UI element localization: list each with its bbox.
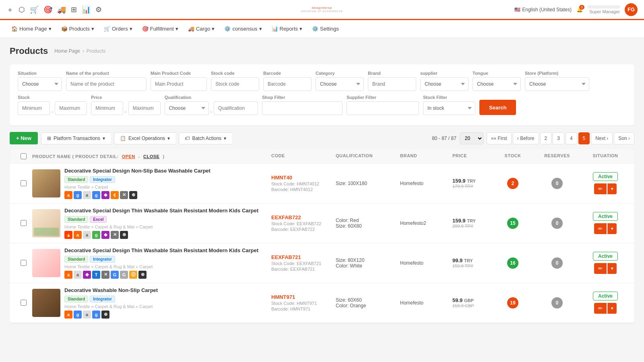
platform-icon-1: a: [64, 191, 72, 199]
truck-icon[interactable]: 🚚: [57, 5, 66, 14]
shop-filter-input[interactable]: [262, 101, 343, 115]
cart-icon[interactable]: 🛒: [30, 5, 39, 14]
row2-edit-btn[interactable]: ✏: [594, 223, 607, 234]
gear-icon[interactable]: ⚙: [95, 5, 102, 14]
price-max-input[interactable]: [128, 101, 161, 115]
filter-stock-code: Stock code: [211, 71, 259, 91]
open-detail-link[interactable]: Open: [122, 154, 135, 159]
qual-select[interactable]: Choose: [165, 101, 209, 115]
page-size-select[interactable]: 20 50 100: [460, 132, 483, 144]
breadcrumb-home[interactable]: Home Page: [54, 48, 80, 54]
platform-transactions-group: ⊞ Platform Transactions ▾: [41, 132, 111, 144]
nav-reports[interactable]: 📊 Reports ▾: [267, 20, 308, 38]
tongue-select[interactable]: Choose: [473, 77, 521, 91]
header-product-col: PRODUCT NAME ( Product Detail: Open - Cl…: [32, 153, 271, 159]
badge-standard: Standard: [64, 256, 88, 263]
batch-actions-group: 🏷 Batch Actions ▾: [179, 132, 232, 144]
page-2-btn[interactable]: 2: [540, 132, 552, 144]
row3-situation: Active ✏ ▾: [581, 252, 630, 274]
close-detail-link[interactable]: Close: [143, 154, 159, 159]
filter-shop-label: Shop Filter: [262, 95, 343, 100]
row4-reserves-badge: 0: [551, 297, 563, 309]
product-name-input[interactable]: [66, 77, 147, 91]
filter-brand-label: Brand: [368, 71, 416, 76]
row3-code-stock: Stock Code: EEXFAB721: [271, 261, 336, 266]
user-info: Super Manager: [588, 5, 620, 14]
barcode-input[interactable]: [263, 77, 312, 91]
nav-products[interactable]: 📦 Products ▾: [56, 20, 99, 38]
row4-price-main: 59.9 GBP: [452, 297, 493, 303]
category-select[interactable]: Choose: [316, 77, 364, 91]
row1-checkbox[interactable]: [21, 180, 27, 186]
language-selector[interactable]: 🇺🇸 English (United States): [514, 7, 572, 12]
row2-thumbnail: [32, 209, 60, 237]
filter-barcode: Barcode: [263, 71, 312, 91]
page-first-btn[interactable]: «« First: [487, 132, 512, 144]
row4-edit-btn[interactable]: ✏: [594, 303, 607, 314]
row4-checkbox[interactable]: [21, 300, 27, 306]
page-5-btn[interactable]: 5: [578, 132, 590, 144]
search-button[interactable]: Search: [479, 100, 516, 115]
cube-icon[interactable]: ⬡: [19, 5, 25, 14]
filter-stock-code-label: Stock code: [211, 71, 259, 76]
row3-edit-drop[interactable]: ▾: [607, 263, 617, 274]
excel-button[interactable]: 📋 Excel Operations ▾: [114, 132, 175, 144]
grid-icon[interactable]: ⊞: [71, 5, 77, 14]
page-before-btn[interactable]: ‹ Before: [513, 132, 539, 144]
stock-min-input[interactable]: [18, 101, 50, 115]
brand-input[interactable]: [368, 77, 416, 91]
row3-situation-badge: Active: [593, 252, 618, 261]
page-next-btn[interactable]: Next ›: [591, 132, 613, 144]
supplier-select[interactable]: Choose: [420, 77, 469, 91]
store-select[interactable]: Choose: [525, 77, 589, 91]
nav-fulfillment[interactable]: 🎯 Fulfillment ▾: [137, 20, 183, 38]
platform-icon-a2: a: [83, 311, 91, 319]
row1-edit-drop[interactable]: ▾: [607, 183, 617, 194]
page-4-btn[interactable]: 4: [566, 132, 577, 144]
row1-edit-btn[interactable]: ✏: [594, 183, 607, 194]
filter-situation-label: Situation: [18, 71, 62, 76]
row1-check: [14, 180, 32, 186]
row1-situation-badge: Active: [593, 172, 618, 181]
stock-max-input[interactable]: [55, 101, 87, 115]
nav-home[interactable]: 🏠 Home Page ▾: [6, 20, 56, 38]
row2-checkbox[interactable]: [21, 220, 27, 226]
nav-orders[interactable]: 🛒 Orders ▾: [99, 20, 137, 38]
row2-edit-drop[interactable]: ▾: [607, 223, 617, 234]
nav-cargo[interactable]: 🚚 Cargo ▾: [183, 20, 219, 38]
chart-icon[interactable]: 📊: [82, 5, 91, 14]
nav-consensus[interactable]: ⚙️ consensus ▾: [219, 20, 266, 38]
platform-icon-plus: ⊕: [101, 311, 109, 319]
notification-button[interactable]: 🔔 0: [576, 6, 583, 12]
excel-operations-group: 📋 Excel Operations ▾: [114, 132, 175, 144]
qual-input[interactable]: [214, 101, 258, 115]
select-all-checkbox[interactable]: [21, 153, 27, 159]
row3-code-main: EEXFAB721: [271, 254, 336, 260]
situation-select[interactable]: Choose: [18, 77, 62, 91]
table-header: PRODUCT NAME ( Product Detail: Open - Cl…: [10, 149, 634, 164]
platform-icon-d: ◆: [83, 271, 91, 279]
product-col-label: PRODUCT NAME ( Product Detail:: [32, 154, 119, 159]
filter-stock-filter: Stock Filter In stock Out of stock: [423, 95, 475, 115]
stock-filter-select[interactable]: In stock Out of stock: [423, 101, 475, 115]
supplier-filter-input[interactable]: [347, 101, 419, 115]
target-icon[interactable]: 🎯: [43, 5, 52, 14]
row2-code: EEXFAB722 Stock Code: EEXFAB722 Barcode:…: [271, 214, 336, 232]
row4-edit-drop[interactable]: ▾: [607, 303, 617, 314]
excel-icon: 📋: [120, 136, 126, 141]
page-last-btn[interactable]: Son ›: [614, 132, 634, 144]
page-3-btn[interactable]: 3: [553, 132, 564, 144]
nav-settings[interactable]: ⚙️ Settings: [307, 20, 344, 38]
user-avatar[interactable]: FG: [625, 3, 638, 16]
new-button[interactable]: + New: [10, 132, 38, 144]
row3-edit-btn[interactable]: ✏: [594, 263, 607, 274]
stock-code-input[interactable]: [211, 77, 259, 91]
batch-actions-button[interactable]: 🏷 Batch Actions ▾: [179, 132, 232, 144]
platform-transactions-button[interactable]: ⊞ Platform Transactions ▾: [41, 132, 111, 144]
plus-icon[interactable]: ＋: [6, 5, 14, 14]
breadcrumb: Home Page › Products: [54, 48, 105, 54]
main-product-code-input[interactable]: [151, 77, 207, 91]
row1-stock: 2: [493, 178, 533, 189]
row3-checkbox[interactable]: [21, 260, 27, 266]
price-min-input[interactable]: [91, 101, 123, 115]
